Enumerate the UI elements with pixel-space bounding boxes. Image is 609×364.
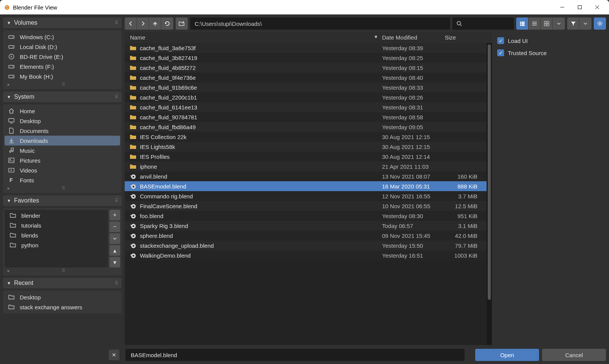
file-row[interactable]: FinalCaveScene.blend 10 Nov 2021 06:55 1… xyxy=(125,201,487,211)
grip-icon[interactable]: ⠿ xyxy=(115,198,119,203)
file-row[interactable]: cache_fluid_4b85f272 Yesterday 08:15 xyxy=(125,63,487,73)
svg-line-24 xyxy=(460,25,462,26)
close-button[interactable] xyxy=(588,0,606,14)
file-row[interactable]: BASEmodel.blend 16 Mar 2020 05:31 888 Ki… xyxy=(125,181,487,191)
volume-item[interactable]: Windows (C:) xyxy=(5,32,120,42)
file-row[interactable]: cache_fluid_91b69c6e Yesterday 08:33 xyxy=(125,82,487,92)
file-date: Yesterday 08:58 xyxy=(382,114,445,120)
system-item[interactable]: FFonts xyxy=(5,175,120,185)
grip-icon[interactable]: ⠿ xyxy=(115,280,119,286)
grip-icon[interactable]: ⠿ xyxy=(115,94,119,100)
expand-icon[interactable]: ▸ xyxy=(8,268,10,273)
system-item[interactable]: Pictures xyxy=(5,155,120,165)
filter-button[interactable] xyxy=(567,17,579,30)
maximize-button[interactable] xyxy=(571,0,588,14)
settings-button[interactable] xyxy=(594,17,606,30)
file-row[interactable]: cache_fluid_3b827419 Yesterday 08:25 xyxy=(125,53,487,63)
cancel-button[interactable]: Cancel xyxy=(542,349,606,361)
favorite-item[interactable]: tutorials xyxy=(5,220,107,230)
favorites-header[interactable]: ▼ Favorites ⠿ xyxy=(3,195,122,206)
svg-rect-34 xyxy=(544,21,546,23)
load-ui-checkbox[interactable]: ✓ Load UI xyxy=(497,37,604,44)
file-row[interactable]: sphere.blend 09 Nov 2021 15:45 42.0 MiB xyxy=(125,231,487,241)
scroll-thumb[interactable] xyxy=(488,44,491,300)
system-item[interactable]: Desktop xyxy=(5,116,120,126)
system-item[interactable]: Documents xyxy=(5,126,120,136)
column-name[interactable]: Name▼ xyxy=(125,34,382,41)
file-list[interactable]: cache_fluid_3a6e753f Yesterday 08:39 cac… xyxy=(125,43,487,345)
new-folder-button[interactable] xyxy=(176,17,188,30)
view-thumbnails-button[interactable] xyxy=(541,17,553,30)
remove-favorite-button[interactable]: − xyxy=(109,222,120,232)
file-row[interactable]: stackexchange_upload.blend Yesterday 15:… xyxy=(125,241,487,250)
move-up-button[interactable]: ▴ xyxy=(109,245,120,256)
volumes-header[interactable]: ▼ Volumes ⠿ xyxy=(3,17,122,28)
file-row[interactable]: Commando rig.blend 12 Nov 2021 16:55 3.7… xyxy=(125,191,487,201)
recent-header[interactable]: ▼ Recent ⠿ xyxy=(3,278,122,288)
favorite-item[interactable]: blends xyxy=(5,230,107,240)
file-name: cache_fluid_6141ee13 xyxy=(140,104,382,111)
recent-item[interactable]: stack exchange answers xyxy=(5,302,120,312)
clear-recent-button[interactable]: ✕ xyxy=(109,350,119,360)
move-down-button[interactable]: ▾ xyxy=(109,257,120,267)
system-item[interactable]: Music xyxy=(5,146,120,155)
recent-list: Desktopstack exchange answers xyxy=(3,291,122,313)
recent-item[interactable]: Desktop xyxy=(5,292,120,302)
favorite-item[interactable]: blender xyxy=(5,210,107,220)
file-row[interactable]: cache_fluid_3a6e753f Yesterday 08:39 xyxy=(125,43,487,53)
volume-item[interactable]: My Book (H:) xyxy=(5,71,120,81)
expand-icon[interactable]: ▸ xyxy=(8,186,10,191)
file-name: cache_fluid_2200c1b1 xyxy=(140,94,382,101)
grip-icon[interactable]: ⠿ xyxy=(62,82,65,87)
volume-item[interactable]: BD-RE Drive (E:) xyxy=(5,52,120,62)
trusted-source-checkbox[interactable]: ✓ Trusted Source xyxy=(497,49,604,56)
file-row[interactable]: cache_fluid_90784781 Yesterday 08:58 xyxy=(125,112,487,122)
path-input[interactable]: C:\Users\stupi\Downloads\ xyxy=(190,17,450,30)
file-row[interactable]: IES Profiles 30 Aug 2021 12:14 xyxy=(125,152,487,161)
favorite-menu-button[interactable] xyxy=(109,233,120,244)
view-menu-button[interactable] xyxy=(553,17,565,30)
grip-icon[interactable]: ⠿ xyxy=(62,186,65,191)
file-row[interactable]: IES Lights58k 30 Aug 2021 12:15 xyxy=(125,142,487,152)
file-row[interactable]: WalkingDemo.blend Yesterday 16:51 1003 K… xyxy=(125,250,487,260)
forward-button[interactable] xyxy=(137,17,149,30)
file-row[interactable]: IES Collection 22k 30 Aug 2021 12:15 xyxy=(125,132,487,142)
file-row[interactable]: anvil.blend 13 Nov 2021 08:07 160 KiB xyxy=(125,171,487,181)
file-row[interactable]: Sparky Rig 3.blend Today 06:57 3.1 MiB xyxy=(125,221,487,231)
up-button[interactable] xyxy=(149,17,161,30)
volume-item[interactable]: Local Disk (D:) xyxy=(5,42,120,52)
volume-item[interactable]: Elements (F:) xyxy=(5,62,120,71)
minimize-button[interactable] xyxy=(553,0,571,14)
back-button[interactable] xyxy=(125,17,137,30)
system-list: HomeDesktopDocumentsDownloadsMusicPictur… xyxy=(3,104,122,193)
file-row[interactable]: cache_fluid_9f4e736e Yesterday 08:40 xyxy=(125,73,487,82)
file-row[interactable]: iphone 21 Apr 2021 11:03 xyxy=(125,161,487,171)
system-item[interactable]: Videos xyxy=(5,165,120,175)
file-row[interactable]: foo.blend Yesterday 08:30 951 KiB xyxy=(125,211,487,221)
file-row[interactable]: cache_fluid_fbd86a49 Yesterday 09:05 xyxy=(125,122,487,132)
file-name: cache_fluid_4b85f272 xyxy=(140,65,382,71)
grip-icon[interactable]: ⠿ xyxy=(115,20,119,25)
open-button[interactable]: Open xyxy=(475,349,539,361)
column-size[interactable]: Size xyxy=(445,34,487,41)
home-icon xyxy=(8,108,15,114)
add-favorite-button[interactable]: + xyxy=(109,210,120,220)
search-input[interactable] xyxy=(452,17,514,30)
expand-icon[interactable]: ▸ xyxy=(8,82,10,87)
filename-input[interactable]: BASEmodel.blend xyxy=(125,349,465,361)
system-title: System xyxy=(14,93,34,100)
view-details-button[interactable] xyxy=(528,17,541,30)
system-item[interactable]: Home xyxy=(5,106,120,116)
file-row[interactable]: cache_fluid_2200c1b1 Yesterday 08:26 xyxy=(125,92,487,102)
file-row[interactable]: cache_fluid_6141ee13 Yesterday 08:31 xyxy=(125,102,487,112)
system-header[interactable]: ▼ System ⠿ xyxy=(3,92,122,102)
system-item[interactable]: Downloads xyxy=(5,136,120,146)
scrollbar[interactable] xyxy=(487,43,492,345)
refresh-button[interactable] xyxy=(161,17,173,30)
view-list-button[interactable] xyxy=(516,17,528,30)
favorite-item[interactable]: python xyxy=(5,240,107,250)
grip-icon[interactable]: ⠿ xyxy=(62,268,65,273)
filter-menu-button[interactable] xyxy=(579,17,592,30)
column-date[interactable]: Date Modified xyxy=(382,34,445,41)
svg-rect-35 xyxy=(547,21,549,23)
